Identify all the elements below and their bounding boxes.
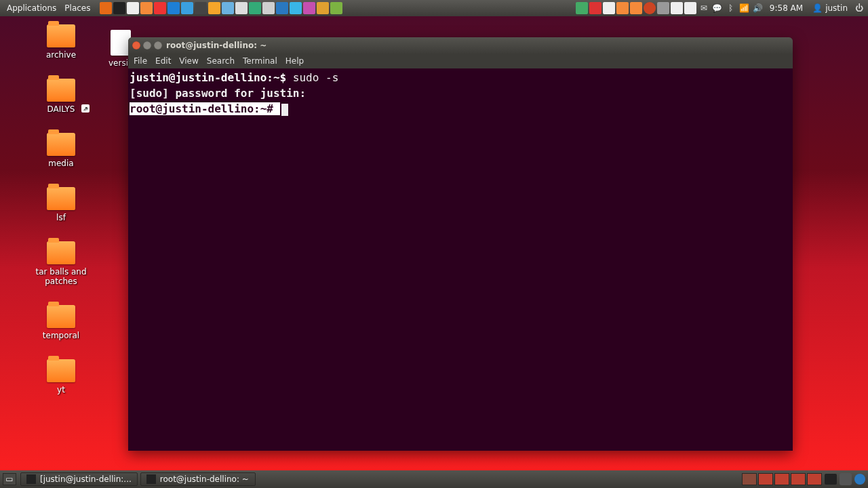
firefox-icon[interactable] [100, 2, 112, 14]
folder-icon [47, 359, 75, 382]
app-icon[interactable] [249, 2, 261, 14]
folder-tarballs[interactable]: tar balls and patches [27, 241, 95, 286]
tray-app-icon[interactable] [644, 2, 656, 14]
folder-archive[interactable]: archive [27, 24, 95, 60]
menu-edit[interactable]: Edit [155, 56, 171, 66]
app-icon[interactable] [276, 2, 288, 14]
output-line-2: [sudo] password for justin: [130, 87, 313, 100]
folder-icon [47, 79, 75, 102]
workspace-2[interactable] [758, 473, 773, 485]
folder-label: temporal [43, 331, 79, 340]
menu-search[interactable]: Search [207, 56, 235, 66]
app-icon[interactable] [262, 2, 275, 14]
power-icon[interactable]: ⏻ [853, 2, 865, 14]
menu-file[interactable]: File [134, 56, 147, 66]
folder-icon [47, 187, 75, 210]
tray-app-icon[interactable] [684, 2, 696, 14]
app-icon[interactable] [181, 2, 193, 14]
folder-icon [47, 241, 75, 264]
folder-yt[interactable]: yt [27, 359, 95, 394]
terminal-icon [26, 474, 36, 484]
terminal-body[interactable]: justin@justin-dellino:~$ sudo -s [sudo] … [128, 68, 793, 451]
user-icon: 👤 [812, 3, 823, 13]
task-label: root@justin-dellino: ~ [160, 474, 249, 484]
app-icon[interactable] [154, 2, 166, 14]
cursor-icon [281, 104, 288, 116]
folder-label: DAILYS [47, 104, 75, 114]
menu-applications[interactable]: Applications [3, 3, 60, 13]
chat-icon[interactable]: 💬 [711, 2, 724, 14]
tray-app-icon[interactable] [616, 2, 629, 14]
folder-temporal[interactable]: temporal [27, 305, 95, 340]
top-panel: Applications Places ✉ 💬 ᛒ 📶 🔊 [0, 0, 868, 16]
menu-terminal[interactable]: Terminal [243, 56, 277, 66]
system-tray: ✉ 💬 ᛒ 📶 🔊 9:58 AM 👤 justin ⏻ [576, 2, 865, 14]
workspace-3[interactable] [774, 473, 789, 485]
terminal-window: root@justin-dellino: ~ File Edit View Se… [128, 37, 793, 451]
tray-app-icon[interactable] [589, 2, 601, 14]
folder-media[interactable]: media [27, 133, 95, 168]
maximize-button[interactable] [154, 41, 162, 49]
prompt-line-3: root@justin-dellino:~# [130, 102, 280, 115]
folder-label: archive [46, 50, 76, 60]
volume-icon[interactable]: 🔊 [752, 2, 764, 14]
command-line-1: sudo -s [293, 71, 338, 84]
tray-app-icon[interactable] [576, 2, 588, 14]
task-label: [justin@justin-dellin:... [40, 474, 132, 484]
menu-view[interactable]: View [179, 56, 198, 66]
tray-app-icon[interactable] [854, 474, 865, 485]
skype-icon[interactable] [290, 2, 302, 14]
workspace-switcher [742, 473, 822, 485]
user-menu[interactable]: 👤 justin [808, 3, 852, 13]
app-icon[interactable] [317, 2, 329, 14]
desktop-icons-column: archive ↗DAILYS media lsf tar balls and … [27, 24, 95, 394]
workspace-4[interactable] [791, 473, 806, 485]
wifi-icon[interactable]: 📶 [738, 2, 751, 14]
workspace-5[interactable] [807, 473, 822, 485]
app-icon[interactable] [195, 2, 207, 14]
dropbox-icon[interactable] [167, 2, 180, 14]
terminal-icon [146, 474, 156, 484]
show-desktop-button[interactable]: ▭ [3, 473, 16, 485]
tray-app-icon[interactable] [603, 2, 615, 14]
trash-icon[interactable] [840, 473, 852, 485]
folder-icon [47, 133, 75, 156]
app-icon[interactable] [222, 2, 234, 14]
minimize-button[interactable] [143, 41, 151, 49]
app-icon[interactable] [330, 2, 342, 14]
window-title: root@justin-dellino: ~ [166, 41, 267, 50]
terminal-menubar: File Edit View Search Terminal Help [128, 54, 793, 68]
menu-help[interactable]: Help [285, 56, 304, 66]
folder-icon [47, 305, 75, 328]
user-name: justin [825, 3, 848, 13]
folder-label: lsf [56, 213, 66, 222]
taskbar-entry-1[interactable]: [justin@justin-dellin:... [20, 472, 138, 486]
window-titlebar[interactable]: root@justin-dellino: ~ [128, 37, 793, 54]
shortcut-badge-icon: ↗ [81, 104, 90, 113]
taskbar-entry-2[interactable]: root@justin-dellino: ~ [140, 472, 256, 486]
tray-app-icon[interactable] [630, 2, 642, 14]
tray-app-icon[interactable] [671, 2, 683, 14]
launcher-icons [100, 2, 342, 14]
app-icon[interactable] [235, 2, 248, 14]
workspace-1[interactable] [742, 473, 757, 485]
folder-lsf[interactable]: lsf [27, 187, 95, 222]
tray-terminal-icon[interactable] [825, 474, 837, 485]
clock[interactable]: 9:58 AM [766, 3, 807, 13]
close-button[interactable] [132, 41, 140, 49]
app-icon[interactable] [208, 2, 220, 14]
mail-icon[interactable]: ✉ [698, 2, 710, 14]
menu-places[interactable]: Places [60, 3, 94, 13]
folder-icon [47, 24, 75, 47]
folder-dailys[interactable]: ↗DAILYS [27, 79, 95, 114]
bluetooth-icon[interactable]: ᛒ [725, 2, 737, 14]
tray-app-icon[interactable] [657, 2, 669, 14]
folder-label: tar balls and patches [27, 267, 95, 286]
app-icon[interactable] [140, 2, 153, 14]
terminal-launcher-icon[interactable] [113, 2, 125, 14]
window-buttons [132, 41, 162, 49]
app-icon[interactable] [303, 2, 315, 14]
editor-icon[interactable] [127, 2, 139, 14]
prompt-line-1: justin@justin-dellino:~$ [130, 71, 293, 84]
folder-label: media [48, 159, 73, 168]
